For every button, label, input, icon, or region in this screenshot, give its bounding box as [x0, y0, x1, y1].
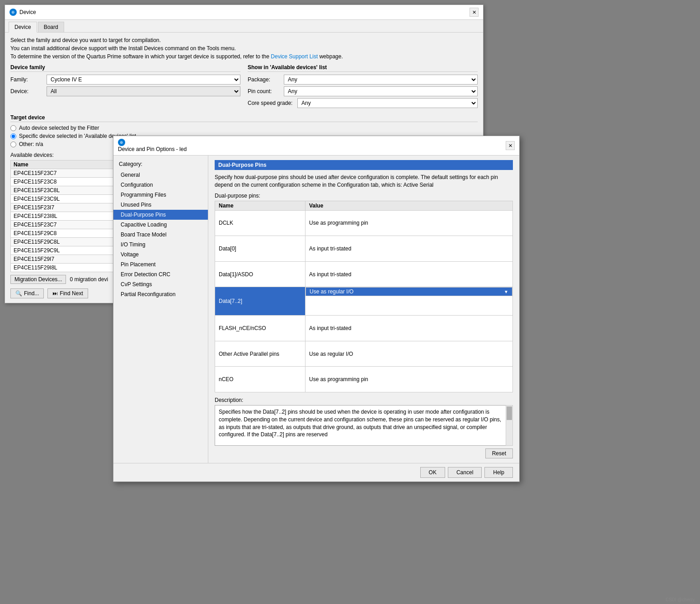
- category-item[interactable]: Partial Reconfiguration: [113, 289, 208, 299]
- desc-scrollbar-thumb: [507, 406, 512, 420]
- pin-value-cell: Use as programming pin: [305, 367, 513, 392]
- table-row[interactable]: DCLKUse as programming pin: [215, 210, 513, 236]
- description-box: Specifies how the Data[7..2] pins should…: [215, 405, 513, 446]
- pin-value-cell: As input tri-stated: [305, 261, 513, 287]
- radio-auto-label: Auto device selected by the Fitter: [19, 125, 99, 131]
- pin-name-cell: Data[0]: [215, 236, 305, 262]
- info-line3-end: webpage.: [319, 53, 343, 60]
- pin-name-cell: Data[1]/ASDO: [215, 261, 305, 287]
- pin-options-dialog: ⊕ Device and Pin Options - led ✕ Categor…: [113, 136, 520, 482]
- category-item[interactable]: Capacitive Loading: [113, 220, 208, 230]
- show-in-list-section: Show in 'Available devices' list Package…: [248, 64, 478, 110]
- pin-options-title: Device and Pin Options - led: [118, 146, 187, 152]
- table-row[interactable]: Data[0]As input tri-stated: [215, 236, 513, 262]
- package-label: Package:: [248, 76, 284, 83]
- pin-value-cell: Use as programming pin: [305, 210, 513, 236]
- corespeed-label: Core speed grade:: [248, 100, 297, 106]
- show-in-list-title: Show in 'Available devices' list: [248, 64, 478, 72]
- pincount-label: Pin count:: [248, 88, 284, 94]
- category-item[interactable]: Dual-Purpose Pins: [113, 210, 208, 220]
- category-item[interactable]: Error Detection CRC: [113, 269, 208, 279]
- device-label: Device:: [10, 88, 47, 94]
- category-item[interactable]: Board Trace Model: [113, 230, 208, 240]
- pincount-select[interactable]: Any: [284, 86, 478, 96]
- family-row: Family: Cyclone IV E: [10, 75, 240, 85]
- category-panel: Category: GeneralConfigurationProgrammin…: [113, 156, 208, 463]
- pin-options-icon: ⊕: [118, 139, 125, 146]
- dropdown-arrow[interactable]: ▼: [504, 289, 508, 294]
- device-dialog-tabs: Device Board: [5, 20, 483, 33]
- table-row[interactable]: nCEOUse as programming pin: [215, 367, 513, 392]
- category-item[interactable]: Programming Files: [113, 190, 208, 200]
- watermark: CSDl @cherry.: [666, 597, 695, 602]
- device-icon: ⊕: [9, 9, 17, 16]
- content-panel: Dual-Purpose Pins Specify how dual-purpo…: [208, 156, 519, 463]
- reset-button[interactable]: Reset: [485, 448, 513, 458]
- table-row[interactable]: FLASH_nCE/nCSOAs input tri-stated: [215, 316, 513, 341]
- pin-name-cell: Other Active Parallel pins: [215, 341, 305, 367]
- find-next-button[interactable]: ⏭ Find Next: [47, 288, 88, 298]
- device-select[interactable]: All: [47, 86, 240, 96]
- device-support-link[interactable]: Device Support List: [271, 53, 318, 60]
- category-item[interactable]: Configuration: [113, 180, 208, 190]
- reset-row: Reset: [215, 448, 513, 458]
- pin-options-close[interactable]: ✕: [506, 141, 515, 150]
- table-row[interactable]: Other Active Parallel pinsUse as regular…: [215, 341, 513, 367]
- table-row[interactable]: Data[1]/ASDOAs input tri-stated: [215, 261, 513, 287]
- device-row: Device: All: [10, 86, 240, 96]
- pins-col-name: Name: [215, 201, 305, 210]
- corespeed-row: Core speed grade: Any: [248, 98, 478, 108]
- migration-button[interactable]: Migration Devices...: [10, 275, 66, 284]
- package-row: Package: Any: [248, 75, 478, 85]
- corespeed-select[interactable]: Any: [297, 98, 478, 108]
- radio-auto-input[interactable]: [10, 125, 16, 131]
- content-description: Specify how dual-purpose pins should be …: [215, 174, 513, 189]
- device-family-title: Device family: [10, 64, 240, 72]
- info-line1: Select the family and device you want to…: [10, 37, 478, 43]
- pin-options-title-area: ⊕ Device and Pin Options - led: [118, 139, 187, 152]
- category-item[interactable]: I/O Timing: [113, 240, 208, 250]
- info-line2: You can install additional device suppor…: [10, 45, 478, 52]
- find-label: Find...: [24, 290, 39, 297]
- find-next-label: Find Next: [60, 290, 83, 297]
- family-select[interactable]: Cyclone IV E: [47, 75, 240, 85]
- tab-device[interactable]: Device: [9, 22, 37, 33]
- info-line3: To determine the version of the Quartus …: [10, 53, 478, 60]
- description-label: Description:: [215, 397, 513, 403]
- family-label: Family:: [10, 76, 47, 83]
- description-content: Specifies how the Data[7..2] pins should…: [219, 409, 501, 438]
- package-select[interactable]: Any: [284, 75, 478, 85]
- radio-other-input[interactable]: [10, 142, 16, 147]
- find-icon: 🔍: [15, 290, 22, 297]
- category-item[interactable]: General: [113, 170, 208, 180]
- pincount-row: Pin count: Any: [248, 86, 478, 96]
- description-section: Description: Specifies how the Data[7..2…: [215, 397, 513, 458]
- dual-purpose-label: Dual-purpose pins:: [215, 193, 513, 199]
- pin-name-cell: FLASH_nCE/nCSO: [215, 316, 305, 341]
- desc-scrollbar[interactable]: [506, 405, 513, 446]
- help-button[interactable]: Help: [484, 467, 513, 478]
- pin-value-cell: As input tri-stated: [305, 236, 513, 262]
- category-item[interactable]: Unused Pins: [113, 200, 208, 210]
- device-family-section: Device family Family: Cyclone IV E Devic…: [10, 64, 240, 110]
- category-list: GeneralConfigurationProgramming FilesUnu…: [113, 170, 208, 299]
- radio-auto: Auto device selected by the Fitter: [10, 125, 478, 131]
- category-item[interactable]: CvP Settings: [113, 279, 208, 289]
- device-dialog-close[interactable]: ✕: [470, 8, 479, 17]
- pin-name-cell: Data[7..2]: [215, 287, 305, 316]
- pins-col-value: Value: [305, 201, 513, 210]
- cancel-button[interactable]: Cancel: [448, 467, 482, 478]
- device-dialog-title-area: ⊕ Device: [9, 9, 36, 16]
- find-button[interactable]: 🔍 Find...: [10, 288, 44, 298]
- device-dialog-titlebar: ⊕ Device ✕: [5, 5, 483, 20]
- info-line3-start: To determine the version of the Quartus …: [10, 53, 269, 60]
- pin-name-cell: nCEO: [215, 367, 305, 392]
- ok-button[interactable]: OK: [420, 467, 445, 478]
- category-item[interactable]: Voltage: [113, 250, 208, 260]
- table-row[interactable]: Data[7..2]Use as regular I/O▼: [215, 287, 513, 316]
- migration-info: 0 migration devi: [70, 276, 108, 283]
- tab-board[interactable]: Board: [38, 22, 64, 32]
- pins-table: Name Value DCLKUse as programming pinDat…: [215, 201, 513, 392]
- radio-specific-input[interactable]: [10, 133, 16, 139]
- category-item[interactable]: Pin Placement: [113, 260, 208, 269]
